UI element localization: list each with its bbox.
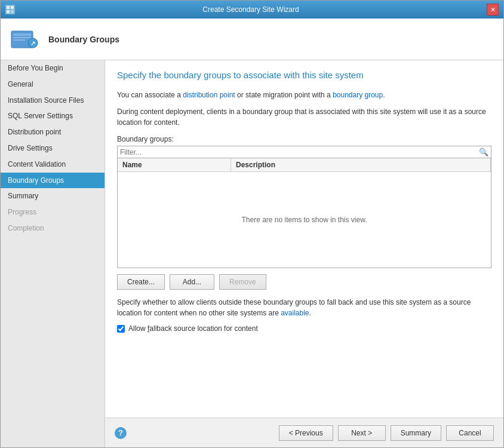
distribution-point-link[interactable]: distribution point xyxy=(183,91,235,99)
main-content: Specify the boundary groups to associate… xyxy=(105,60,503,447)
svg-text:↗: ↗ xyxy=(30,40,35,47)
sidebar-item-boundary-groups[interactable]: Boundary Groups xyxy=(1,173,105,189)
sidebar-item-installation-source-files[interactable]: Installation Source Files xyxy=(1,93,105,109)
title-bar-left xyxy=(5,5,15,14)
page-heading: Specify the boundary groups to associate… xyxy=(117,70,491,80)
fallback-paragraph: Specify whether to allow clients outside… xyxy=(117,297,491,318)
sidebar-item-before-you-begin[interactable]: Before You Begin xyxy=(1,60,105,76)
footer-area: ? < Previous Next > Summary Cancel xyxy=(105,418,503,447)
footer-left: ? xyxy=(115,427,127,439)
svg-rect-7 xyxy=(13,39,25,41)
add-button[interactable]: Add... xyxy=(170,274,214,290)
create-button[interactable]: Create... xyxy=(117,274,165,290)
svg-rect-1 xyxy=(11,6,14,9)
svg-rect-6 xyxy=(13,37,31,38)
window-title: Create Secondary Site Wizard xyxy=(15,5,487,14)
help-icon[interactable]: ? xyxy=(115,427,127,439)
column-name: Name xyxy=(118,158,231,171)
action-buttons: Create... Add... Remove xyxy=(117,274,491,290)
table-header: Name Description xyxy=(118,158,491,172)
app-icon xyxy=(5,5,15,14)
search-icon: 🔍 xyxy=(479,148,488,157)
footer-buttons: < Previous Next > Summary Cancel xyxy=(279,425,494,441)
next-button[interactable]: Next > xyxy=(338,425,386,441)
svg-rect-5 xyxy=(13,33,31,36)
checkbox-label-underline: f xyxy=(147,324,149,333)
title-bar: Create Secondary Site Wizard ✕ xyxy=(1,1,503,19)
checkbox-row: Allow fallback source location for conte… xyxy=(117,324,491,333)
available-link[interactable]: available xyxy=(281,309,309,317)
info-p1-pre: You can associate a xyxy=(117,91,183,99)
sidebar-item-progress: Progress xyxy=(1,204,105,220)
filter-bar: 🔍 xyxy=(117,146,491,158)
boundary-groups-label: Boundary groups: xyxy=(117,135,491,143)
sidebar-item-completion: Completion xyxy=(1,220,105,237)
header-title: Boundary Groups xyxy=(48,35,119,44)
wizard-body: Before You Begin General Installation So… xyxy=(1,60,503,447)
sidebar-item-content-validation[interactable]: Content Validation xyxy=(1,157,105,173)
close-button[interactable]: ✕ xyxy=(487,4,499,16)
svg-rect-3 xyxy=(11,10,14,13)
svg-rect-0 xyxy=(7,6,10,9)
info-paragraph-2: During content deployment, clients in a … xyxy=(117,106,491,128)
sidebar-item-general[interactable]: General xyxy=(1,76,105,93)
boundary-groups-table: Name Description There are no items to s… xyxy=(117,158,491,268)
summary-button[interactable]: Summary xyxy=(391,425,441,441)
info-paragraph-1: You can associate a distribution point o… xyxy=(117,90,491,100)
content-area: Specify the boundary groups to associate… xyxy=(105,60,503,418)
sidebar-item-distribution-point[interactable]: Distribution point xyxy=(1,124,105,140)
info-p1-post: . xyxy=(383,91,385,99)
checkbox-label: Allow fallback source location for conte… xyxy=(128,324,258,333)
table-body-empty: There are no items to show in this view. xyxy=(118,172,491,268)
fallback-checkbox[interactable] xyxy=(117,325,125,333)
header-icon: ↗ xyxy=(10,25,39,54)
sidebar: Before You Begin General Installation So… xyxy=(1,60,105,447)
sidebar-item-summary[interactable]: Summary xyxy=(1,188,105,204)
wizard-header: ↗ Boundary Groups xyxy=(1,19,503,60)
sidebar-item-drive-settings[interactable]: Drive Settings xyxy=(1,140,105,157)
sidebar-item-sql-server-settings[interactable]: SQL Server Settings xyxy=(1,108,105,124)
filter-input[interactable] xyxy=(120,148,479,157)
info-p1-mid: or state migration point with a xyxy=(235,91,333,99)
remove-button[interactable]: Remove xyxy=(219,274,266,290)
previous-button[interactable]: < Previous xyxy=(279,425,333,441)
cancel-button[interactable]: Cancel xyxy=(446,425,494,441)
column-description: Description xyxy=(231,158,491,171)
wizard-window: Create Secondary Site Wizard ✕ ↗ Boundar… xyxy=(0,0,504,448)
fallback-post: . xyxy=(309,309,311,317)
svg-rect-2 xyxy=(7,10,10,13)
empty-message: There are no items to show in this view. xyxy=(241,216,367,224)
boundary-group-link[interactable]: boundary group xyxy=(333,91,383,99)
